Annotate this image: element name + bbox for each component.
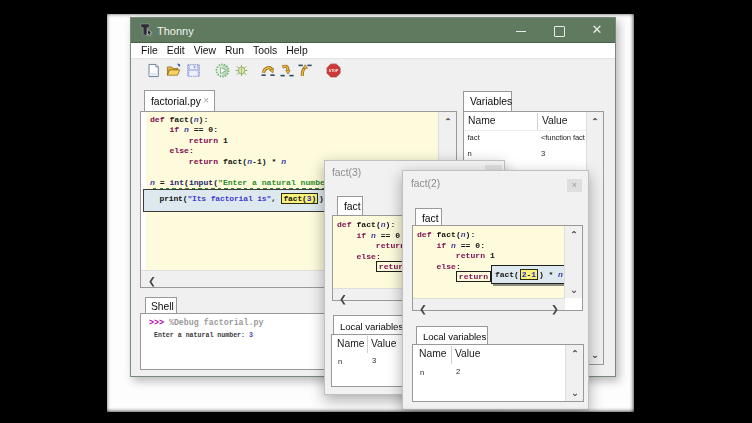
column-separator[interactable] <box>451 346 452 364</box>
step-over-icon[interactable] <box>261 63 276 78</box>
code-line: def fact(n): <box>417 230 565 241</box>
popup-code-vscrollbar[interactable]: ⌃ ⌄ <box>564 226 582 298</box>
tab-fact[interactable]: fact <box>415 208 442 226</box>
locals-header-value: Value <box>371 338 397 349</box>
debug-icon[interactable] <box>234 63 249 78</box>
save-file-icon[interactable] <box>186 63 201 78</box>
variable-value[interactable]: 3 <box>541 149 545 158</box>
code-token <box>150 125 169 134</box>
menu-file[interactable]: File <box>141 45 158 56</box>
code-token <box>417 262 436 271</box>
column-separator[interactable] <box>537 113 538 130</box>
menu-edit[interactable]: Edit <box>167 45 185 56</box>
local-var-value[interactable]: 3 <box>372 356 376 365</box>
tab-local-variables[interactable]: Local variables <box>416 326 488 345</box>
local-var-name[interactable]: n <box>420 368 424 377</box>
code-token: else <box>169 146 188 155</box>
tab-shell[interactable]: Shell <box>145 297 177 314</box>
code-token: = <box>155 178 170 187</box>
code-token: ) <box>319 194 324 203</box>
step-out-icon[interactable] <box>298 63 313 78</box>
code-token: fact <box>356 220 375 229</box>
code-token: == <box>189 125 208 134</box>
column-separator[interactable] <box>367 336 368 353</box>
scroll-right-icon[interactable]: ❯ <box>551 303 559 314</box>
letterbox-right <box>634 0 752 423</box>
popup-code[interactable]: def fact(n): if n == 0: return 1 else: r… <box>413 226 565 298</box>
menu-run[interactable]: Run <box>225 45 244 56</box>
code-token: ): <box>386 220 396 229</box>
code-token: fact <box>283 194 302 203</box>
minimize-button[interactable] <box>502 18 540 43</box>
code-token: ) * <box>539 270 558 279</box>
code-token: : <box>376 252 381 261</box>
tab-close-icon[interactable]: × <box>203 95 209 106</box>
tab-label: fact <box>344 201 361 212</box>
code-line: else: <box>141 146 438 157</box>
local-var-value[interactable]: 2 <box>456 367 460 376</box>
stop-icon[interactable]: STOP <box>326 63 341 78</box>
shell-prompt: >>> <box>149 318 164 327</box>
boxed-keyword: return <box>456 271 491 282</box>
tab-fact[interactable]: fact <box>337 196 363 215</box>
code-token: print <box>160 194 183 203</box>
menu-view[interactable]: View <box>194 45 216 56</box>
code-token: 1 <box>531 270 536 279</box>
menu-tools[interactable]: Tools <box>253 45 277 56</box>
tab-variables[interactable]: Variables <box>463 91 512 111</box>
scroll-up-icon[interactable]: ⌃ <box>444 116 452 127</box>
step-into-icon[interactable] <box>280 63 295 78</box>
maximize-button[interactable] <box>540 18 578 43</box>
popup-title: fact(2) <box>411 178 440 189</box>
shell-command: %Debug factorial.py <box>164 318 264 327</box>
code-token <box>337 262 376 271</box>
menu-help[interactable]: Help <box>286 45 307 56</box>
scroll-left-icon[interactable]: ❮ <box>419 303 427 314</box>
scroll-up-icon[interactable]: ⌃ <box>591 116 599 127</box>
tab-factorial-py[interactable]: factorial.py × <box>144 90 215 111</box>
code-token: fact <box>169 115 188 124</box>
scroll-down-icon[interactable]: ⌄ <box>570 284 578 295</box>
code-token: ) <box>311 194 316 203</box>
code-token: "Its factorial is" <box>187 194 271 203</box>
code-token <box>417 272 456 281</box>
code-line: return 1 <box>141 136 438 147</box>
code-token: return <box>456 251 485 260</box>
close-icon: × <box>567 180 582 190</box>
scroll-up-icon[interactable]: ⌃ <box>570 229 578 240</box>
window-title: Thonny <box>157 18 194 43</box>
code-line: if n == 0: <box>417 241 565 252</box>
code-token: if <box>169 125 179 134</box>
run-icon[interactable] <box>215 63 230 78</box>
scroll-down-icon[interactable]: ⌄ <box>571 387 579 398</box>
tab-label: Variables <box>470 96 512 107</box>
scroll-left-icon[interactable]: ❮ <box>148 275 156 286</box>
locals-header-name: Name <box>419 348 446 359</box>
code-token <box>337 231 356 240</box>
tab-local-variables[interactable]: Local variables <box>333 315 404 334</box>
code-token <box>150 136 189 145</box>
tab-label: Local variables <box>423 331 486 342</box>
new-file-icon[interactable] <box>146 63 161 78</box>
variables-header-value: Value <box>542 115 568 126</box>
svg-text:STOP: STOP <box>328 69 338 73</box>
scroll-up-icon[interactable]: ⌃ <box>571 348 579 359</box>
scroll-left-icon[interactable]: ❮ <box>339 293 347 304</box>
code-token: == <box>456 241 475 250</box>
video-frame: Thonny ✕ FileEditViewRunToolsHelp STOP f… <box>0 0 752 423</box>
local-var-name[interactable]: n <box>338 357 342 366</box>
scroll-down-icon[interactable]: ⌄ <box>591 349 599 360</box>
close-button[interactable]: ✕ <box>578 18 616 43</box>
highlighted-expression: 2-1 <box>520 269 538 280</box>
code-token: int <box>169 178 184 187</box>
open-file-icon[interactable] <box>166 63 181 78</box>
popup-close-button[interactable]: × <box>567 179 582 192</box>
variable-name[interactable]: fact <box>468 133 480 142</box>
popup-code-hscrollbar[interactable]: ❮ ❯ <box>413 298 565 310</box>
locals-scrollbar[interactable]: ⌃ ⌄ <box>565 345 583 401</box>
shell-input-value: 3 <box>249 332 253 339</box>
evaluated-expression-box: fact(2-1) * n <box>491 265 565 284</box>
variable-name[interactable]: n <box>468 149 472 158</box>
titlebar[interactable]: Thonny ✕ <box>131 18 615 43</box>
toolbar: STOP <box>131 60 615 91</box>
